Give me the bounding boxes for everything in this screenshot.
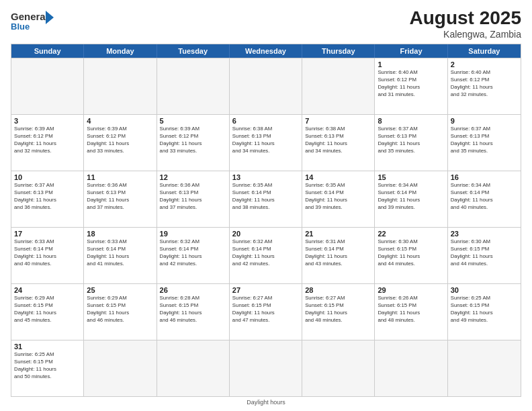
logo: GeneralBlue	[11, 8, 58, 34]
empty-cell-5-4	[302, 340, 375, 396]
header-day-friday: Friday	[375, 44, 447, 58]
day-info: Sunrise: 6:39 AM Sunset: 6:12 PM Dayligh…	[160, 126, 226, 155]
day-24: 24Sunrise: 6:29 AM Sunset: 6:15 PM Dayli…	[11, 284, 84, 340]
day-number: 6	[232, 117, 299, 125]
day-number: 14	[305, 173, 371, 181]
day-15: 15Sunrise: 6:34 AM Sunset: 6:14 PM Dayli…	[375, 171, 447, 227]
day-info: Sunrise: 6:37 AM Sunset: 6:13 PM Dayligh…	[378, 126, 444, 155]
day-info: Sunrise: 6:25 AM Sunset: 6:15 PM Dayligh…	[451, 295, 518, 324]
day-9: 9Sunrise: 6:37 AM Sunset: 6:13 PM Daylig…	[448, 115, 521, 171]
day-number: 4	[87, 117, 153, 125]
day-number: 20	[232, 230, 299, 238]
day-1: 1Sunrise: 6:40 AM Sunset: 6:12 PM Daylig…	[375, 58, 447, 114]
day-info: Sunrise: 6:36 AM Sunset: 6:13 PM Dayligh…	[87, 182, 153, 212]
header-day-sunday: Sunday	[11, 44, 84, 58]
day-number: 25	[87, 286, 153, 294]
day-number: 2	[451, 60, 518, 68]
day-number: 12	[160, 173, 226, 181]
day-4: 4Sunrise: 6:39 AM Sunset: 6:12 PM Daylig…	[84, 115, 157, 171]
day-2: 2Sunrise: 6:40 AM Sunset: 6:12 PM Daylig…	[448, 58, 521, 114]
day-info: Sunrise: 6:29 AM Sunset: 6:15 PM Dayligh…	[87, 295, 153, 324]
empty-cell-0-2	[157, 58, 230, 114]
empty-cell-0-0	[11, 58, 84, 114]
day-number: 19	[160, 230, 226, 238]
day-info: Sunrise: 6:38 AM Sunset: 6:13 PM Dayligh…	[305, 126, 371, 155]
day-number: 28	[305, 286, 371, 294]
day-number: 15	[378, 173, 444, 181]
svg-text:General: General	[11, 11, 48, 22]
day-info: Sunrise: 6:32 AM Sunset: 6:14 PM Dayligh…	[160, 238, 226, 268]
header-day-monday: Monday	[84, 44, 157, 58]
week-row-4: 17Sunrise: 6:33 AM Sunset: 6:14 PM Dayli…	[11, 227, 521, 283]
header-day-tuesday: Tuesday	[157, 44, 230, 58]
day-12: 12Sunrise: 6:36 AM Sunset: 6:13 PM Dayli…	[157, 171, 230, 227]
day-info: Sunrise: 6:39 AM Sunset: 6:12 PM Dayligh…	[87, 126, 153, 155]
day-info: Sunrise: 6:40 AM Sunset: 6:12 PM Dayligh…	[451, 69, 518, 99]
day-13: 13Sunrise: 6:35 AM Sunset: 6:14 PM Dayli…	[230, 171, 302, 227]
day-19: 19Sunrise: 6:32 AM Sunset: 6:14 PM Dayli…	[157, 228, 230, 283]
day-info: Sunrise: 6:37 AM Sunset: 6:13 PM Dayligh…	[14, 182, 81, 212]
day-info: Sunrise: 6:39 AM Sunset: 6:12 PM Dayligh…	[14, 126, 81, 155]
day-26: 26Sunrise: 6:28 AM Sunset: 6:15 PM Dayli…	[157, 284, 230, 340]
day-21: 21Sunrise: 6:31 AM Sunset: 6:14 PM Dayli…	[302, 228, 375, 283]
header-day-saturday: Saturday	[448, 44, 521, 58]
day-info: Sunrise: 6:28 AM Sunset: 6:15 PM Dayligh…	[160, 295, 226, 324]
title-block: August 2025 Kalengwa, Zambia	[410, 8, 522, 40]
week-row-1: 1Sunrise: 6:40 AM Sunset: 6:12 PM Daylig…	[11, 58, 521, 114]
day-number: 23	[451, 230, 518, 238]
day-info: Sunrise: 6:35 AM Sunset: 6:14 PM Dayligh…	[305, 182, 371, 212]
day-number: 26	[160, 286, 226, 294]
day-number: 27	[232, 286, 299, 294]
day-25: 25Sunrise: 6:29 AM Sunset: 6:15 PM Dayli…	[84, 284, 157, 340]
day-10: 10Sunrise: 6:37 AM Sunset: 6:13 PM Dayli…	[11, 171, 84, 227]
empty-cell-5-2	[157, 340, 230, 396]
day-info: Sunrise: 6:40 AM Sunset: 6:12 PM Dayligh…	[378, 69, 444, 99]
day-number: 7	[305, 117, 371, 125]
day-number: 22	[378, 230, 444, 238]
day-info: Sunrise: 6:30 AM Sunset: 6:15 PM Dayligh…	[378, 238, 444, 268]
day-number: 18	[87, 230, 153, 238]
day-number: 21	[305, 230, 371, 238]
day-info: Sunrise: 6:34 AM Sunset: 6:14 PM Dayligh…	[378, 182, 444, 212]
empty-cell-0-4	[302, 58, 375, 114]
logo-svg: GeneralBlue	[11, 8, 58, 34]
day-number: 3	[14, 117, 81, 125]
day-22: 22Sunrise: 6:30 AM Sunset: 6:15 PM Dayli…	[375, 228, 447, 283]
day-info: Sunrise: 6:27 AM Sunset: 6:15 PM Dayligh…	[305, 295, 371, 324]
calendar-header: SundayMondayTuesdayWednesdayThursdayFrid…	[11, 44, 521, 58]
day-20: 20Sunrise: 6:32 AM Sunset: 6:14 PM Dayli…	[230, 228, 302, 283]
day-info: Sunrise: 6:26 AM Sunset: 6:15 PM Dayligh…	[378, 295, 444, 324]
day-27: 27Sunrise: 6:27 AM Sunset: 6:15 PM Dayli…	[230, 284, 302, 340]
day-info: Sunrise: 6:36 AM Sunset: 6:13 PM Dayligh…	[160, 182, 226, 212]
day-16: 16Sunrise: 6:34 AM Sunset: 6:14 PM Dayli…	[448, 171, 521, 227]
week-row-3: 10Sunrise: 6:37 AM Sunset: 6:13 PM Dayli…	[11, 171, 521, 227]
empty-cell-5-3	[230, 340, 302, 396]
page: GeneralBlue August 2025 Kalengwa, Zambia…	[0, 0, 532, 411]
day-29: 29Sunrise: 6:26 AM Sunset: 6:15 PM Dayli…	[375, 284, 447, 340]
day-30: 30Sunrise: 6:25 AM Sunset: 6:15 PM Dayli…	[448, 284, 521, 340]
empty-cell-0-3	[230, 58, 302, 114]
week-row-5: 24Sunrise: 6:29 AM Sunset: 6:15 PM Dayli…	[11, 283, 521, 340]
day-info: Sunrise: 6:37 AM Sunset: 6:13 PM Dayligh…	[451, 126, 518, 155]
day-number: 10	[14, 173, 81, 181]
day-6: 6Sunrise: 6:38 AM Sunset: 6:13 PM Daylig…	[230, 115, 302, 171]
day-number: 11	[87, 173, 153, 181]
day-info: Sunrise: 6:31 AM Sunset: 6:14 PM Dayligh…	[305, 238, 371, 268]
day-number: 16	[451, 173, 518, 181]
empty-cell-0-1	[84, 58, 157, 114]
day-info: Sunrise: 6:30 AM Sunset: 6:15 PM Dayligh…	[451, 238, 518, 268]
day-31: 31Sunrise: 6:25 AM Sunset: 6:15 PM Dayli…	[11, 340, 84, 396]
header-day-thursday: Thursday	[302, 44, 375, 58]
location: Kalengwa, Zambia	[410, 29, 522, 40]
day-number: 24	[14, 286, 81, 294]
svg-text:Blue: Blue	[11, 21, 30, 32]
day-info: Sunrise: 6:33 AM Sunset: 6:14 PM Dayligh…	[87, 238, 153, 268]
month-year: August 2025	[410, 8, 522, 29]
day-info: Sunrise: 6:35 AM Sunset: 6:14 PM Dayligh…	[232, 182, 299, 212]
day-18: 18Sunrise: 6:33 AM Sunset: 6:14 PM Dayli…	[84, 228, 157, 283]
day-number: 5	[160, 117, 226, 125]
day-3: 3Sunrise: 6:39 AM Sunset: 6:12 PM Daylig…	[11, 115, 84, 171]
footer-note: Daylight hours	[11, 399, 521, 406]
svg-marker-2	[46, 11, 54, 24]
day-11: 11Sunrise: 6:36 AM Sunset: 6:13 PM Dayli…	[84, 171, 157, 227]
